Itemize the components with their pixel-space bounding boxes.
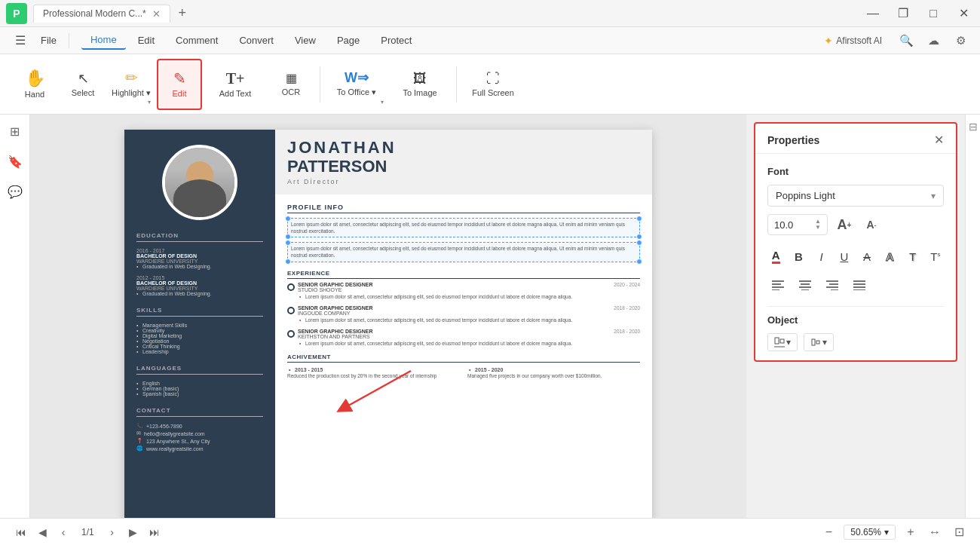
- align-left-button[interactable]: [767, 274, 789, 295]
- skill-3: Digital Marketing: [136, 333, 263, 338]
- toolbar: ✋ Hand ↖ Select ✏ Highlight ▾ ✎ Edit T+ …: [0, 54, 980, 115]
- strikethrough-button[interactable]: A: [859, 246, 875, 267]
- align-justify-button[interactable]: [849, 274, 870, 295]
- superscript-style-button[interactable]: Ts: [927, 246, 944, 267]
- underline-button[interactable]: U: [836, 246, 853, 267]
- outline-button[interactable]: A: [881, 246, 898, 267]
- restore-button[interactable]: ❐: [893, 3, 914, 24]
- document-tab[interactable]: Professional Modern C...* ✕: [33, 5, 170, 23]
- profile-text-1: Lorem ipsum dolor sit amet, consectetur …: [291, 221, 636, 234]
- select-tool-button[interactable]: ↖ Select: [60, 59, 106, 110]
- prev-page-button[interactable]: ◀: [33, 523, 51, 541]
- menu-bar: ☰ File Home Edit Comment Convert View Pa…: [0, 27, 980, 54]
- cloud-button[interactable]: ☁: [923, 30, 944, 51]
- sidebar-bookmark-icon[interactable]: 🔖: [5, 151, 26, 172]
- right-sidebar-toggle[interactable]: ⊟: [965, 115, 980, 518]
- text-color-button[interactable]: A: [767, 246, 784, 267]
- ach-desc-1: Reduced the production cost by 20% in th…: [287, 372, 460, 379]
- main-layout: ⊞ 🔖 💬 G W EDUCATION: [0, 115, 980, 518]
- ocr-tool-label: OCR: [282, 87, 300, 96]
- search-button[interactable]: 🔍: [896, 30, 917, 51]
- properties-title: Properties: [767, 134, 819, 146]
- zoom-level-value: 50.65%: [850, 527, 881, 537]
- first-page-button[interactable]: ⏮: [12, 523, 30, 541]
- align-center-icon: [799, 280, 811, 290]
- menu-edit[interactable]: Edit: [129, 32, 164, 49]
- edit-icon: ✎: [173, 71, 186, 86]
- bold-button[interactable]: B: [790, 246, 807, 267]
- edit-tool-label: Edit: [173, 89, 187, 98]
- contact-address: 📍 123 Anywhere St., Any City: [136, 438, 263, 444]
- sidebar-pages-icon[interactable]: ⊞: [5, 121, 26, 142]
- edu-degree-1: BACHELOR OF DESIGN: [136, 253, 263, 259]
- align-right-button[interactable]: [822, 274, 843, 295]
- menu-convert[interactable]: Convert: [230, 32, 283, 49]
- menu-page[interactable]: Page: [328, 32, 369, 49]
- toolbar-sep-1: [320, 66, 320, 103]
- menu-home[interactable]: Home: [81, 31, 126, 50]
- fit-width-button[interactable]: ↔: [926, 523, 944, 541]
- ocr-tool-button[interactable]: ▦ OCR: [268, 59, 314, 110]
- menu-comment[interactable]: Comment: [167, 32, 227, 49]
- to-office-tool-button[interactable]: W⇒ To Office ▾: [326, 59, 387, 110]
- maximize-button[interactable]: □: [923, 3, 944, 24]
- handle2-bl: [285, 259, 291, 265]
- font-family-selector[interactable]: Poppins Light ▾: [767, 185, 944, 207]
- increase-font-size-button[interactable]: A+: [834, 214, 855, 235]
- menu-view[interactable]: View: [286, 32, 325, 49]
- font-size-input[interactable]: 10.0 ▲ ▼: [767, 214, 828, 235]
- edit-tool-button[interactable]: ✎ Edit: [157, 59, 202, 110]
- align-center-button[interactable]: [795, 274, 816, 295]
- highlight-tool-button[interactable]: ✏ Highlight ▾: [109, 59, 154, 110]
- font-size-value: 10.0: [774, 219, 793, 231]
- close-tab-button[interactable]: ✕: [152, 8, 161, 20]
- minimize-button[interactable]: —: [862, 3, 884, 24]
- last-page-button[interactable]: ⏭: [145, 523, 164, 541]
- fit-page-button[interactable]: ⊡: [950, 523, 968, 541]
- add-tab-button[interactable]: +: [173, 5, 191, 23]
- close-window-button[interactable]: ✕: [953, 3, 974, 24]
- exp-content-1: SENIOR GRAPHIC DESIGNER 2020 - 2024 STUD…: [298, 282, 640, 299]
- person-body: [173, 179, 226, 217]
- resume-photo-inner: [165, 148, 234, 217]
- hand-tool-button[interactable]: ✋ Hand: [12, 59, 57, 110]
- exp-item-1: SENIOR GRAPHIC DESIGNER 2020 - 2024 STUD…: [287, 282, 640, 299]
- ai-button[interactable]: ✦ Afirstsoft AI: [816, 32, 890, 49]
- align-left-icon: [772, 280, 784, 290]
- decrease-font-size-button[interactable]: A-: [861, 214, 882, 235]
- full-screen-tool-button[interactable]: ⛶ Full Screen: [463, 59, 523, 110]
- zoom-in-button[interactable]: +: [902, 523, 920, 541]
- ach-years-2: 2015 - 2020: [467, 367, 640, 372]
- file-menu-button[interactable]: File: [35, 32, 63, 49]
- lang-3: Spanish (basic): [136, 391, 263, 397]
- document-area[interactable]: G W EDUCATION 2016 - 2017 BACHELOR OF DE…: [30, 115, 746, 518]
- to-image-tool-label: To Image: [403, 88, 436, 97]
- next-page-alt-button[interactable]: ›: [103, 523, 121, 541]
- shadow-button[interactable]: T: [905, 246, 921, 267]
- status-right: − 50.65% ▾ + ↔ ⊡: [819, 523, 968, 541]
- profile-section-title: PROFILE INFO: [287, 204, 640, 213]
- prev-page-alt-button[interactable]: ‹: [54, 523, 72, 541]
- zoom-out-button[interactable]: −: [819, 523, 838, 541]
- add-text-tool-button[interactable]: T+ Add Text: [205, 59, 265, 110]
- properties-close-button[interactable]: ✕: [934, 133, 944, 147]
- skill-1: Management Skills: [136, 323, 263, 328]
- object-align-icon: [774, 337, 785, 348]
- menu-protect[interactable]: Protect: [372, 32, 421, 49]
- select-icon: ↖: [78, 72, 89, 85]
- hamburger-menu[interactable]: ☰: [9, 30, 32, 51]
- italic-button[interactable]: I: [813, 246, 830, 267]
- zoom-level-selector[interactable]: 50.65% ▾: [844, 525, 896, 540]
- object-distribute-button[interactable]: ▾: [804, 333, 834, 351]
- exp-company-1: STUDIO SHOOYE: [298, 287, 640, 292]
- to-image-tool-button[interactable]: 🖼 To Image: [390, 59, 450, 110]
- right-toggle-icon[interactable]: ⊟: [969, 121, 978, 133]
- edu-degree-2: BACHELOR OF DESIGN: [136, 280, 263, 286]
- next-page-button[interactable]: ▶: [124, 523, 142, 541]
- settings-button[interactable]: ⚙: [950, 30, 971, 51]
- font-size-down-button[interactable]: ▼: [815, 225, 821, 231]
- properties-divider: [767, 306, 944, 307]
- object-align-button[interactable]: ▾: [767, 333, 798, 351]
- exp-title-1: SENIOR GRAPHIC DESIGNER: [298, 282, 373, 287]
- sidebar-comment-icon[interactable]: 💬: [5, 181, 26, 202]
